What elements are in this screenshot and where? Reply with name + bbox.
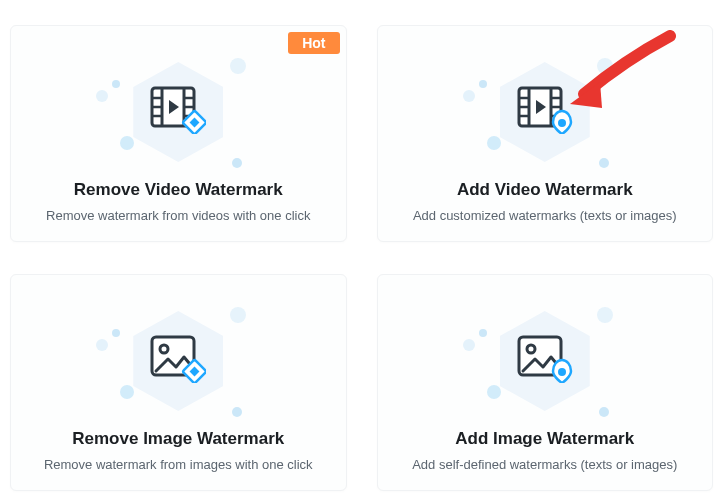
- video-remove-icon: [150, 86, 206, 138]
- feature-grid: Hot Remo: [0, 0, 723, 501]
- card-add-image-watermark[interactable]: Add Image Watermark Add self-defined wat…: [377, 274, 714, 491]
- card-desc: Remove watermark from videos with one cl…: [46, 208, 310, 223]
- icon-area: [118, 301, 238, 421]
- card-title: Add Image Watermark: [455, 429, 634, 449]
- card-title: Remove Image Watermark: [72, 429, 284, 449]
- card-desc: Add self-defined watermarks (texts or im…: [412, 457, 677, 472]
- card-add-video-watermark[interactable]: Add Video Watermark Add customized water…: [377, 25, 714, 242]
- svg-point-29: [558, 368, 566, 376]
- icon-area: [485, 52, 605, 172]
- card-desc: Remove watermark from images with one cl…: [44, 457, 313, 472]
- image-remove-icon: [150, 335, 206, 387]
- card-remove-video-watermark[interactable]: Hot Remo: [10, 25, 347, 242]
- icon-area: [118, 52, 238, 172]
- card-title: Remove Video Watermark: [74, 180, 283, 200]
- card-remove-image-watermark[interactable]: Remove Image Watermark Remove watermark …: [10, 274, 347, 491]
- svg-point-22: [558, 119, 566, 127]
- card-title: Add Video Watermark: [457, 180, 633, 200]
- image-add-icon: [517, 335, 573, 387]
- card-desc: Add customized watermarks (texts or imag…: [413, 208, 677, 223]
- hot-badge: Hot: [288, 32, 339, 54]
- video-add-icon: [517, 86, 573, 138]
- icon-area: [485, 301, 605, 421]
